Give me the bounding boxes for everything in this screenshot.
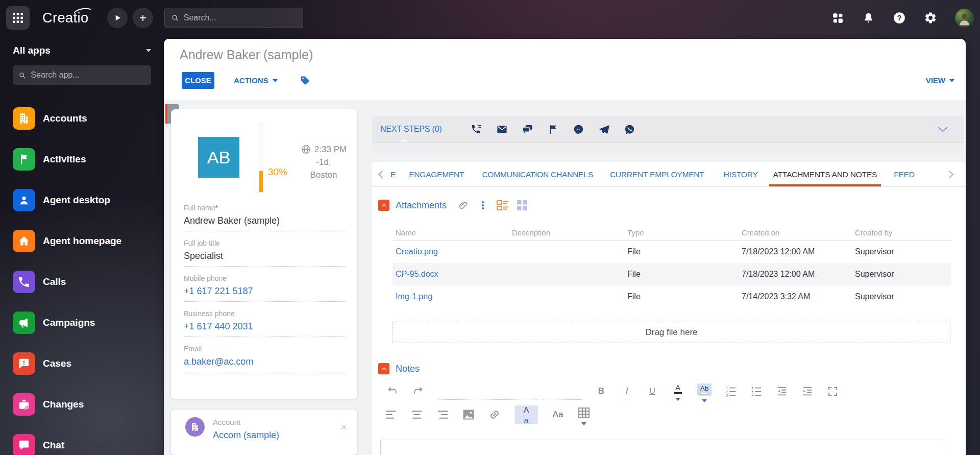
chevron-down-icon — [675, 398, 680, 401]
ordered-list-icon[interactable]: 123 — [725, 384, 737, 399]
column-header[interactable]: Created on — [739, 228, 852, 237]
collapse-chevron-icon[interactable] — [937, 126, 948, 132]
tag-icon[interactable] — [300, 76, 310, 85]
tab-attachments-and-notes[interactable]: ATTACHMENTS AND NOTES — [773, 162, 877, 186]
email-icon[interactable] — [496, 124, 508, 135]
tab-feed[interactable]: FEED — [894, 162, 915, 186]
tab-history[interactable]: HISTORY — [724, 162, 758, 186]
sidebar-item-campaigns[interactable]: Campaigns — [13, 302, 164, 343]
sidebar-item-cases[interactable]: Cases — [13, 343, 164, 384]
notifications-bell-icon[interactable] — [862, 12, 875, 25]
messenger-icon[interactable] — [573, 124, 584, 135]
align-right-icon[interactable] — [436, 407, 449, 422]
under line-button[interactable]: U — [646, 384, 658, 399]
global-search-input[interactable] — [184, 13, 297, 22]
sidebar-item-agent-homepage[interactable]: Agent homepage — [13, 221, 164, 261]
insert-table-dropdown[interactable] — [578, 407, 590, 422]
topbar: Creatio ? — [0, 0, 980, 36]
file-link[interactable]: CP-95.docx — [393, 270, 509, 279]
account-link[interactable]: Accom (sample) — [213, 430, 279, 441]
table-row[interactable]: Creatio.png File 7/18/2023 12:00 AM Supe… — [393, 241, 951, 263]
call-icon[interactable] — [471, 124, 482, 135]
insert-image-icon[interactable] — [462, 407, 475, 422]
tab-engagement[interactable]: ENGAGEMENT — [409, 162, 464, 186]
file-drop-zone[interactable]: Drag file here — [393, 322, 950, 343]
job-title-value[interactable]: Specialist — [184, 251, 347, 267]
align-center-icon[interactable] — [410, 407, 423, 422]
column-header[interactable]: Description — [509, 228, 624, 237]
table-row[interactable]: Img-1.png File 7/14/2023 3:32 AM Supervi… — [393, 285, 951, 308]
close-icon[interactable]: × — [340, 422, 347, 433]
whatsapp-icon[interactable] — [624, 124, 635, 135]
settings-gear-icon[interactable] — [924, 11, 937, 25]
actions-dropdown[interactable]: ACTIONS — [234, 76, 278, 85]
sidebar-item-changes[interactable]: Changes — [13, 384, 164, 425]
column-header[interactable]: Type — [624, 228, 739, 237]
paperclip-icon[interactable] — [458, 200, 469, 211]
user-avatar[interactable] — [955, 9, 974, 28]
tab-communication-channels[interactable]: COMMUNICATION CHANNELS — [482, 162, 593, 186]
bullet-list-icon[interactable] — [750, 384, 763, 399]
text-style-button-active[interactable]: Aa — [514, 405, 538, 424]
decrease-indent-icon[interactable] — [776, 384, 788, 399]
app-launcher-icon[interactable] — [6, 6, 30, 30]
grid-view-icon[interactable] — [516, 199, 528, 211]
tab-current-employment[interactable]: CURRENT EMPLOYMENT — [610, 162, 704, 186]
sidebar-item-chat[interactable]: Chat — [13, 425, 164, 455]
font-color-dropdown[interactable]: A — [672, 384, 684, 399]
notes-editor[interactable] — [380, 440, 944, 455]
telegram-icon[interactable] — [598, 124, 610, 135]
contact-initials-avatar[interactable]: AB — [198, 137, 239, 178]
view-dropdown[interactable]: VIEW — [926, 76, 954, 85]
app-search-input[interactable] — [31, 70, 145, 80]
notes-title[interactable]: Notes — [396, 364, 420, 374]
file-link[interactable]: Img-1.png — [393, 292, 509, 301]
sidebar-item-calls[interactable]: Calls — [13, 261, 164, 302]
more-options-kebab-icon[interactable] — [481, 200, 485, 210]
attachments-table: Name Description Type Created on Created… — [393, 225, 951, 308]
tab-clipped[interactable]: E — [390, 162, 396, 186]
sidebar-item-accounts[interactable]: Accounts — [13, 98, 164, 139]
tabs-scroll-right-icon[interactable] — [948, 170, 954, 179]
task-flag-icon[interactable] — [547, 124, 559, 135]
email-link[interactable]: a.baker@ac.com — [184, 356, 347, 372]
next-steps-label[interactable]: NEXT STEPS (0) — [380, 125, 442, 134]
workplaces-icon[interactable] — [831, 12, 844, 25]
mobile-phone-link[interactable]: +1 617 221 5187 — [184, 286, 347, 302]
next-steps-notch — [400, 138, 409, 142]
business-phone-link[interactable]: +1 617 440 2031 — [184, 321, 347, 337]
close-button[interactable]: CLOSE — [182, 72, 214, 89]
full-name-value[interactable]: Andrew Baker (sample) — [184, 215, 347, 231]
bold-button[interactable]: B — [595, 384, 607, 399]
table-row[interactable]: CP-95.docx File 7/18/2023 12:00 AM Super… — [393, 263, 951, 285]
undo-icon[interactable] — [386, 384, 399, 399]
attachments-title[interactable]: Attachments — [396, 200, 447, 211]
font-size-select[interactable] — [543, 386, 582, 400]
collapse-section-icon[interactable] — [378, 200, 389, 211]
text-style-button[interactable]: Aa — [552, 407, 564, 422]
help-icon[interactable]: ? — [893, 11, 906, 25]
run-process-icon[interactable] — [107, 8, 128, 28]
add-new-icon[interactable] — [133, 8, 153, 28]
align-left-icon[interactable] — [384, 407, 397, 422]
sidebar-item-activities[interactable]: Activities — [13, 139, 164, 180]
fullscreen-icon[interactable] — [827, 384, 839, 399]
insert-link-icon[interactable] — [488, 407, 501, 422]
column-header[interactable]: Name — [393, 228, 509, 237]
job-title-field: Full job title Specialist — [184, 239, 347, 267]
chat-icon[interactable] — [522, 124, 533, 135]
tabs-scroll-left-icon[interactable] — [377, 170, 384, 179]
list-view-icon[interactable] — [496, 199, 509, 212]
sidebar-item-agent-desktop[interactable]: Agent desktop — [13, 180, 164, 221]
italic-button[interactable]: I — [621, 384, 633, 399]
creatio-logo: Creatio — [42, 10, 89, 26]
highlight-color-dropdown[interactable]: Ab — [697, 384, 712, 399]
font-family-select[interactable] — [438, 386, 538, 400]
file-link[interactable]: Creatio.png — [393, 247, 509, 256]
tab-bar: E ENGAGEMENT COMMUNICATION CHANNELS CURR… — [372, 162, 966, 187]
column-header[interactable]: Created by — [852, 228, 951, 237]
workspace-selector[interactable]: All apps — [13, 45, 151, 56]
increase-indent-icon[interactable] — [801, 384, 814, 399]
redo-icon[interactable] — [412, 384, 424, 399]
collapse-section-icon[interactable] — [378, 363, 389, 374]
